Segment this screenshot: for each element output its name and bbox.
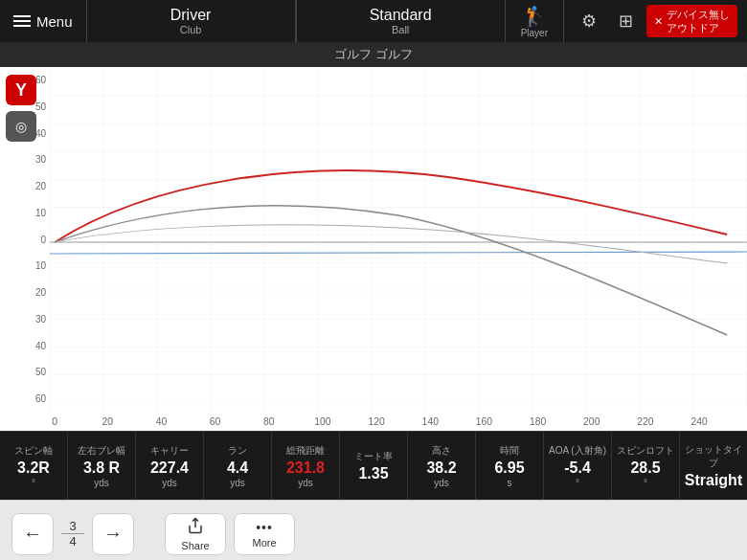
stat-cell-5: ミート率1.35 <box>340 432 408 500</box>
stat-label-2: キャリー <box>150 444 189 458</box>
share-label: Share <box>181 540 209 551</box>
stat-value-3: 4.4 <box>227 459 248 477</box>
stat-unit-4: yds <box>298 478 313 488</box>
sub-header-text: ゴルフ ゴルフ <box>334 47 413 61</box>
stat-value-4: 231.8 <box>286 459 325 477</box>
stat-unit-9: ° <box>644 478 647 488</box>
svg-text:40: 40 <box>156 416 168 427</box>
menu-button[interactable]: Menu <box>0 0 86 42</box>
stat-cell-0: スピン軸3.2R° <box>0 432 68 500</box>
forward-icon: → <box>103 523 123 545</box>
stat-unit-7: s <box>508 478 512 488</box>
stat-cell-2: キャリー227.4yds <box>136 432 204 500</box>
y-label-30-top: 30 <box>2 154 46 165</box>
more-icon: ••• <box>256 520 273 535</box>
chart-area: 0 20 40 60 80 100 120 140 160 180 200 22… <box>50 67 747 431</box>
hamburger-icon <box>13 15 31 27</box>
ball-tab[interactable]: Standard Ball <box>296 0 506 42</box>
y-label-50-bot: 50 <box>2 367 46 377</box>
stat-value-6: 38.2 <box>426 459 456 477</box>
gear-button[interactable]: ⚙ <box>574 6 604 36</box>
chart-svg: 0 20 40 60 80 100 120 140 160 180 200 22… <box>50 67 747 431</box>
stat-unit-1: yds <box>94 478 109 488</box>
stat-value-5: 1.35 <box>358 465 388 482</box>
svg-text:80: 80 <box>263 416 275 427</box>
share-icon <box>187 517 204 538</box>
stat-value-7: 6.95 <box>494 459 524 477</box>
stat-cell-9: スピンロフト28.5° <box>612 432 680 500</box>
y-label-10-top: 10 <box>2 208 46 218</box>
stat-label-0: スピン軸 <box>14 444 53 458</box>
share-button[interactable]: Share <box>165 513 226 555</box>
stat-label-7: 時間 <box>500 444 519 458</box>
svg-text:200: 200 <box>583 416 600 427</box>
sub-header: ゴルフ ゴルフ <box>0 42 747 67</box>
stats-bar: スピン軸3.2R°左右ブレ幅3.8 Rydsキャリー227.4ydsラン4.4y… <box>0 431 747 500</box>
svg-text:140: 140 <box>422 416 440 427</box>
device-badge-x: ✕ <box>654 15 663 28</box>
stat-cell-6: 高さ38.2yds <box>408 432 476 500</box>
stat-value-8: -5.4 <box>564 459 591 477</box>
club-sublabel: Club <box>180 24 202 35</box>
svg-text:60: 60 <box>210 416 221 427</box>
header-right: ⚙ ⊞ ✕ デバイス無しアウトドア <box>564 5 747 38</box>
stat-unit-0: ° <box>32 478 35 488</box>
svg-text:160: 160 <box>476 416 493 427</box>
stat-label-1: 左右ブレ幅 <box>78 444 125 458</box>
page-current: 3 <box>69 519 76 533</box>
stat-value-1: 3.8 R <box>83 459 120 477</box>
grid-button[interactable]: ⊞ <box>610 6 641 36</box>
stat-label-6: 高さ <box>432 444 451 458</box>
y-label-40-bot: 40 <box>2 341 46 351</box>
forward-button[interactable]: → <box>92 513 134 555</box>
stat-cell-8: AOA (入射角)-5.4° <box>544 432 612 500</box>
footer: ← 3 4 → Share ••• More <box>0 500 747 560</box>
player-label: Player <box>521 28 548 38</box>
y-label-30-bot: 30 <box>2 314 46 325</box>
back-button[interactable]: ← <box>11 513 54 555</box>
y-label-0: 0 <box>2 235 46 245</box>
page-total: 4 <box>69 534 76 549</box>
svg-text:0: 0 <box>52 416 57 427</box>
svg-text:120: 120 <box>368 416 385 427</box>
more-label: More <box>252 537 276 549</box>
spin-button[interactable]: ◎ <box>6 111 36 142</box>
header-center: Driver Club Standard Ball 🏌 Player <box>86 0 564 42</box>
player-tab[interactable]: 🏌 Player <box>506 0 564 42</box>
stat-unit-8: ° <box>576 478 579 488</box>
page-indicator: 3 4 <box>61 519 84 549</box>
stat-label-10: ショットタイプ <box>682 443 745 470</box>
stat-label-4: 総飛距離 <box>286 444 325 458</box>
svg-text:240: 240 <box>690 416 708 427</box>
player-icon: 🏌 <box>522 5 546 28</box>
club-tab[interactable]: Driver Club <box>86 0 296 42</box>
y-label-60-bot: 60 <box>2 393 46 404</box>
ball-name: Standard <box>370 7 432 24</box>
shot-button[interactable]: Y <box>6 75 36 105</box>
stat-value-2: 227.4 <box>150 459 189 477</box>
stat-value-9: 28.5 <box>630 459 660 477</box>
svg-text:20: 20 <box>102 416 114 427</box>
header: Menu Driver Club Standard Ball 🏌 Player … <box>0 0 747 42</box>
stat-cell-10: ショットタイプStraight <box>680 432 747 500</box>
y-label-20-top: 20 <box>2 181 46 191</box>
device-badge[interactable]: ✕ デバイス無しアウトドア <box>646 5 737 38</box>
stat-value-0: 3.2R <box>17 459 50 477</box>
stat-label-3: ラン <box>228 444 247 458</box>
stat-cell-4: 総飛距離231.8yds <box>272 432 340 500</box>
stat-label-8: AOA (入射角) <box>549 444 606 458</box>
stat-unit-3: yds <box>230 478 245 488</box>
stat-label-5: ミート率 <box>354 450 393 463</box>
device-badge-text: デバイス無しアウトドア <box>667 8 730 35</box>
stat-label-9: スピンロフト <box>617 444 674 458</box>
stat-unit-2: yds <box>162 478 177 488</box>
y-label-20-bot: 20 <box>2 287 46 298</box>
svg-text:220: 220 <box>637 416 654 427</box>
club-name: Driver <box>170 7 212 24</box>
menu-label: Menu <box>36 13 73 30</box>
more-button[interactable]: ••• More <box>234 513 295 555</box>
y-label-10-bot: 10 <box>2 260 46 271</box>
stat-unit-6: yds <box>434 478 449 488</box>
ball-sublabel: Ball <box>392 24 409 35</box>
svg-text:100: 100 <box>314 416 331 427</box>
